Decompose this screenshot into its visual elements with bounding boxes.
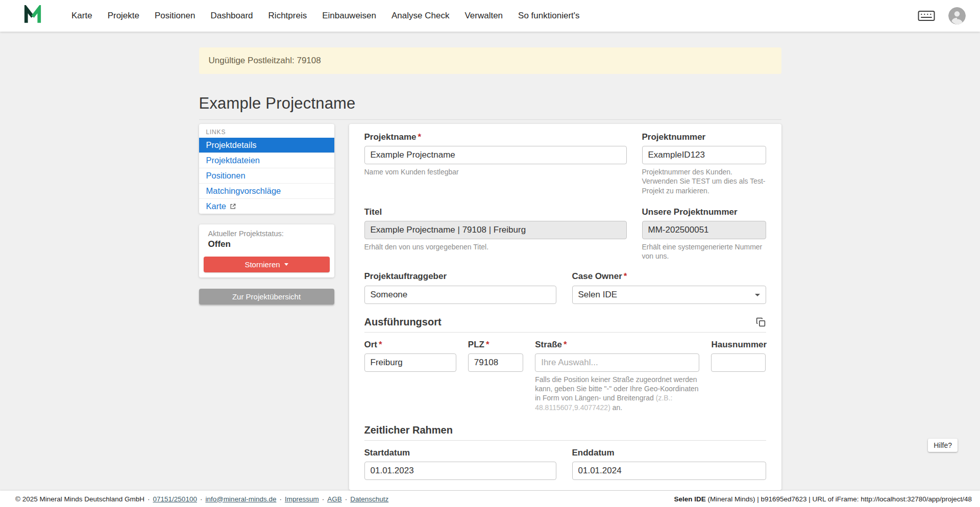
sidebar-item-label: Projektdetails	[206, 140, 257, 150]
footer-legal: © 2025 Mineral Minds Deutschland GmbH · …	[15, 495, 388, 503]
field-plz: PLZ*	[468, 339, 523, 372]
plz-label: PLZ*	[468, 339, 523, 350]
footer-link-datenschutz[interactable]: Datenschutz	[350, 495, 388, 503]
footer-link-agb[interactable]: AGB	[327, 495, 342, 503]
ort-label: Ort*	[364, 339, 456, 350]
required-marker: *	[624, 271, 627, 281]
footer-session-info: Selen IDE (Mineral Minds) | b91695ed7623…	[674, 495, 972, 503]
footer: © 2025 Mineral Minds Deutschland GmbH · …	[0, 491, 980, 507]
separator-dot: ·	[345, 495, 348, 503]
hausnummer-input[interactable]	[711, 353, 766, 372]
links-list: Projektdetails Projektdateien Positionen…	[199, 138, 334, 214]
field-unsere-projektnummer: Unsere Projektnummer Erhält eine systemg…	[642, 207, 766, 261]
field-projektauftraggeber: Projektauftraggeber	[364, 271, 556, 303]
status-label: Aktueller Projektstatus:	[204, 230, 330, 238]
nav-item-positionen[interactable]: Positionen	[155, 11, 195, 21]
nav-item-karte[interactable]: Karte	[71, 11, 92, 21]
titel-label: Titel	[364, 207, 627, 217]
separator-dot: ·	[200, 495, 203, 503]
footer-session-rest: (Mineral Minds) | b91695ed7623 | URL of …	[706, 495, 972, 503]
links-header: LINKS	[199, 124, 334, 138]
case-owner-label: Case Owner*	[572, 271, 766, 282]
projektauftraggeber-label: Projektauftraggeber	[364, 271, 556, 282]
content-area: Ungültige Postleitzahl: 79108 Example Pr…	[0, 32, 980, 491]
startdatum-input[interactable]	[364, 462, 556, 480]
plz-input[interactable]	[468, 353, 523, 372]
chevron-down-icon	[755, 294, 760, 296]
help-button[interactable]: Hilfe?	[928, 439, 958, 452]
status-value: Offen	[204, 238, 330, 249]
hausnummer-label: Hausnummer	[711, 339, 766, 350]
field-projektnummer: Projektnummer Projektnummer des Kunden. …	[642, 132, 766, 195]
field-case-owner: Case Owner* Selen IDE	[572, 271, 766, 303]
separator-dot: ·	[148, 495, 150, 503]
projektauftraggeber-input[interactable]	[364, 286, 556, 304]
links-card: LINKS Projektdetails Projektdateien Posi…	[199, 124, 334, 214]
keyboard-icon[interactable]	[918, 10, 935, 22]
section-title-zeitlicher-rahmen: Zeitlicher Rahmen	[364, 424, 453, 436]
user-avatar-icon[interactable]	[948, 7, 966, 24]
case-owner-select[interactable]: Selen IDE	[572, 286, 766, 304]
sidebar-item-positionen[interactable]: Positionen	[199, 168, 334, 184]
enddatum-input[interactable]	[572, 462, 766, 480]
unsere-projektnummer-input	[642, 221, 766, 239]
stornieren-button-label: Stornieren	[244, 260, 280, 269]
enddatum-label: Enddatum	[572, 447, 766, 458]
top-nav: Karte Projekte Positionen Dashboard Rich…	[0, 0, 980, 32]
required-marker: *	[486, 340, 489, 349]
sidebar-item-projektdateien[interactable]: Projektdateien	[199, 153, 334, 168]
projektname-helper: Name vom Kunden festlegbar	[364, 167, 627, 176]
field-hausnummer: Hausnummer	[711, 339, 766, 372]
sidebar-item-label: Karte	[206, 201, 226, 211]
section-divider	[364, 440, 766, 441]
copyright-text: © 2025 Mineral Minds Deutschland GmbH	[15, 495, 144, 503]
projektnummer-input[interactable]	[642, 146, 766, 164]
warning-alert: Ungültige Postleitzahl: 79108	[199, 47, 781, 74]
required-marker: *	[564, 340, 567, 349]
field-enddatum: Enddatum	[572, 447, 766, 480]
separator-dot: ·	[322, 495, 325, 503]
footer-session-user: Selen IDE	[674, 495, 705, 503]
sidebar-item-matchingvorschlaege[interactable]: Matchingvorschläge	[199, 184, 334, 199]
nav-actions	[918, 7, 966, 24]
case-owner-selected-value: Selen IDE	[578, 290, 618, 300]
projektname-input[interactable]	[364, 146, 627, 164]
startdatum-label: Startdatum	[364, 447, 556, 458]
field-titel: Titel Erhält den von uns vorgegebenen Ti…	[364, 207, 627, 251]
nav-item-richtpreis[interactable]: Richtpreis	[268, 11, 307, 21]
strasse-input[interactable]	[535, 353, 699, 372]
projektname-label: Projektname*	[364, 132, 627, 142]
stornieren-button[interactable]: Stornieren	[204, 257, 330, 272]
footer-email-link[interactable]: info@mineral-minds.de	[205, 495, 276, 503]
field-projektname: Projektname* Name vom Kunden festlegbar	[364, 132, 627, 176]
left-sidebar: LINKS Projektdetails Projektdateien Posi…	[199, 124, 334, 305]
nav-item-analyse-check[interactable]: Analyse Check	[391, 11, 449, 21]
nav-item-verwalten[interactable]: Verwalten	[464, 11, 503, 21]
field-strasse: Straße* Falls die Position keiner Straße…	[535, 339, 699, 412]
section-divider	[364, 332, 766, 333]
strasse-label: Straße*	[535, 339, 699, 350]
footer-phone-link[interactable]: 07151/250100	[153, 495, 197, 503]
nav-item-projekte[interactable]: Projekte	[108, 11, 139, 21]
copy-icon[interactable]	[755, 317, 766, 327]
unsere-projektnummer-helper: Erhält eine systemgenerierte Nummer von …	[642, 242, 766, 261]
page-title: Example Projectname	[199, 94, 781, 113]
strasse-helper: Falls die Position keiner Straße zugeord…	[535, 375, 699, 412]
project-overview-button[interactable]: Zur Projektübersicht	[199, 289, 334, 305]
titel-input	[364, 221, 627, 239]
footer-link-impressum[interactable]: Impressum	[285, 495, 319, 503]
projektnummer-label: Projektnummer	[642, 132, 766, 142]
app-logo[interactable]	[23, 5, 42, 27]
ort-input[interactable]	[364, 353, 456, 372]
project-details-form: Projektname* Name vom Kunden festlegbar …	[349, 124, 781, 490]
main-nav: Karte Projekte Positionen Dashboard Rich…	[71, 11, 918, 21]
sidebar-item-projektdetails[interactable]: Projektdetails	[199, 138, 334, 153]
sidebar-item-label: Projektdateien	[206, 156, 260, 165]
required-marker: *	[379, 340, 382, 349]
status-card: Aktueller Projektstatus: Offen Storniere…	[199, 224, 334, 277]
nav-item-einbauweisen[interactable]: Einbauweisen	[322, 11, 376, 21]
nav-item-dashboard[interactable]: Dashboard	[210, 11, 253, 21]
sidebar-item-karte[interactable]: Karte	[199, 199, 334, 214]
external-link-icon	[230, 203, 236, 210]
nav-item-so-funktionierts[interactable]: So funktioniert's	[518, 11, 579, 21]
